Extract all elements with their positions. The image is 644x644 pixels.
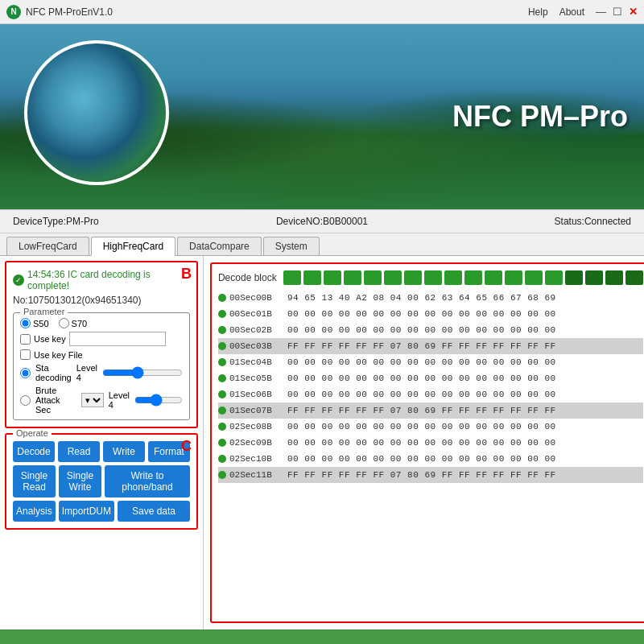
row-id: 02Sec10B: [229, 454, 287, 464]
level-label: Level 4: [76, 363, 97, 382]
row-dot: [218, 310, 226, 318]
row-id: 00Sec02B: [229, 325, 287, 335]
read-button[interactable]: Read: [58, 441, 100, 462]
use-key-file-checkbox[interactable]: [20, 349, 31, 360]
data-row: 01Sec05B00 00 00 00 00 00 00 00 00 00 00…: [218, 370, 643, 386]
brute-level-slider[interactable]: [134, 395, 183, 405]
row-id: 02Sec09B: [229, 438, 287, 448]
row-data: 00 00 00 00 00 00 00 00 00 00 00 00 00 0…: [287, 325, 556, 335]
tab-datacompare[interactable]: DataCompare: [177, 237, 262, 255]
titlebar: N NFC PM-ProEnV1.0 Help About — ☐ ✕: [0, 0, 644, 24]
decode-block-dark-0: [565, 270, 583, 285]
row-dot: [218, 374, 226, 382]
connection-status: Status:Connected: [425, 216, 631, 227]
device-no: DeviceNO:B0B00001: [219, 216, 425, 227]
right-panel: Decode block 00Sec00B94 65 13 40 A2 08 0…: [204, 256, 644, 630]
use-key-file-row: Use key File: [20, 349, 183, 360]
decode-block-green-5: [384, 270, 402, 285]
titlebar-right: Help About — ☐ ✕: [528, 6, 638, 18]
decode-block-green-12: [525, 270, 543, 285]
key-input[interactable]: [69, 332, 166, 346]
minimize-button[interactable]: —: [596, 6, 606, 18]
tab-system[interactable]: System: [263, 237, 320, 255]
import-dum-button[interactable]: ImportDUM: [59, 501, 114, 522]
tab-lowfreqcard[interactable]: LowFreqCard: [6, 237, 89, 255]
row-dot: [218, 455, 226, 463]
tab-highfreqcard[interactable]: HighFreqCard: [91, 237, 175, 256]
decode-block-green-13: [545, 270, 563, 285]
row-id: 01Sec07B: [229, 406, 287, 415]
data-table: 00Sec00B94 65 13 40 A2 08 04 00 62 63 64…: [218, 290, 643, 615]
row-data: FF FF FF FF FF FF 07 80 69 FF FF FF FF F…: [287, 406, 556, 415]
data-row: 00Sec03BFF FF FF FF FF FF 07 80 69 FF FF…: [218, 338, 643, 354]
write-button[interactable]: Write: [103, 441, 145, 462]
op-buttons-row2: Single Read Single Write Write to phone/…: [13, 465, 190, 497]
row-data: 00 00 00 00 00 00 00 00 00 00 00 00 00 0…: [287, 422, 556, 431]
radio-s50[interactable]: S50: [20, 318, 49, 328]
maximize-button[interactable]: ☐: [613, 6, 622, 18]
bottom-status-bar: [0, 630, 644, 644]
close-button[interactable]: ✕: [629, 6, 638, 18]
row-id: 02Sec11B: [229, 470, 287, 480]
menu-about[interactable]: About: [559, 6, 584, 18]
parameter-group: Parameter S50 S70 Use key: [13, 312, 190, 420]
brute-attack-label: Brute Attack Sec: [35, 386, 76, 415]
decode-block-dark-2: [605, 270, 623, 285]
row-id: 00Sec01B: [229, 309, 287, 319]
row-id: 01Sec05B: [229, 374, 287, 383]
row-id: 00Sec00B: [229, 293, 287, 303]
decode-block-dark-1: [585, 270, 603, 285]
single-write-button[interactable]: Single Write: [59, 465, 101, 497]
use-key-row: Use key: [20, 332, 183, 346]
row-dot: [218, 358, 226, 366]
data-row: 02Sec09B00 00 00 00 00 00 00 00 00 00 00…: [218, 435, 643, 451]
row-dot: [218, 342, 226, 350]
titlebar-left: N NFC PM-ProEnV1.0: [6, 5, 113, 19]
use-key-checkbox[interactable]: [20, 334, 31, 345]
data-row: 01Sec07BFF FF FF FF FF FF 07 80 69 FF FF…: [218, 402, 643, 419]
card-type-radios: S50 S70: [20, 318, 183, 328]
brute-select[interactable]: ▾: [81, 393, 104, 407]
decode-block-green-3: [344, 270, 361, 285]
section-c-label: C: [181, 438, 192, 455]
parameter-legend: Parameter: [20, 307, 68, 316]
row-dot: [218, 326, 226, 334]
row-data: 00 00 00 00 00 00 00 00 00 00 00 00 00 0…: [287, 357, 556, 367]
row-data: 00 00 00 00 00 00 00 00 00 00 00 00 00 0…: [287, 390, 556, 399]
decode-block-green-11: [505, 270, 522, 285]
single-read-button[interactable]: Single Read: [13, 465, 56, 497]
row-data: 00 00 00 00 00 00 00 00 00 00 00 00 00 0…: [287, 374, 556, 383]
hero-title: NFC PM–Pro: [452, 100, 628, 134]
level-slider[interactable]: [102, 368, 183, 378]
data-row: 02Sec11BFF FF FF FF FF FF 07 80 69 FF FF…: [218, 467, 643, 483]
decode-button[interactable]: Decode: [13, 441, 55, 462]
device-type: DeviceType:PM-Pro: [13, 216, 219, 227]
brute-attack-row: Brute Attack Sec ▾ Level 4: [20, 386, 183, 415]
analysis-button[interactable]: Analysis: [13, 501, 56, 522]
main-content: B ✓ 14:54:36 IC card decoding is complet…: [0, 256, 644, 630]
write-to-phone-band-button[interactable]: Write to phone/band: [105, 465, 190, 497]
card-number: No:1075013012(0x94651340): [13, 295, 190, 306]
decode-block-green-7: [424, 270, 442, 285]
hero-banner: NFC PM–Pro: [0, 24, 644, 209]
app-title: NFC PM-ProEnV1.0: [26, 6, 113, 18]
decode-block-row: Decode block: [218, 270, 643, 285]
sta-decoding-radio[interactable]: [20, 368, 31, 378]
row-data: 94 65 13 40 A2 08 04 00 62 63 64 65 66 6…: [287, 293, 556, 303]
data-row: 00Sec02B00 00 00 00 00 00 00 00 00 00 00…: [218, 322, 643, 338]
radio-s70[interactable]: S70: [59, 318, 88, 328]
row-data: 00 00 00 00 00 00 00 00 00 00 00 00 00 0…: [287, 438, 556, 448]
data-row: 01Sec04B00 00 00 00 00 00 00 00 00 00 00…: [218, 354, 643, 370]
use-key-label: Use key: [34, 334, 66, 344]
data-row: 00Sec01B00 00 00 00 00 00 00 00 00 00 00…: [218, 306, 643, 322]
brute-radio[interactable]: [20, 395, 31, 406]
left-panel: B ✓ 14:54:36 IC card decoding is complet…: [0, 256, 204, 630]
decode-block-green-2: [324, 270, 341, 285]
save-data-button[interactable]: Save data: [118, 501, 190, 522]
section-b: B ✓ 14:54:36 IC card decoding is complet…: [5, 261, 198, 428]
row-data: 00 00 00 00 00 00 00 00 00 00 00 00 00 0…: [287, 309, 556, 319]
decode-block-green-0: [283, 270, 301, 285]
row-dot: [218, 294, 226, 302]
menu-help[interactable]: Help: [528, 6, 548, 18]
row-id: 02Sec08B: [229, 422, 287, 431]
